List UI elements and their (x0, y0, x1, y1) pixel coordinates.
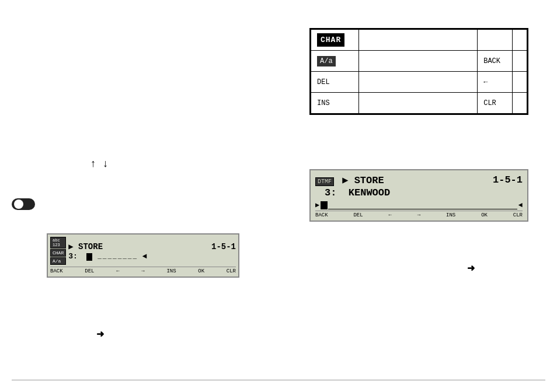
lcd2-cursor-row: ▶ ◄ (315, 201, 523, 209)
lcd1-line1: ▶ STORE 1-5-1 (68, 242, 236, 251)
back-label: BACK (483, 57, 500, 65)
char-cell-ins[interactable]: INS (311, 93, 359, 114)
lcd2-sk-back[interactable]: BACK (315, 212, 328, 218)
ab-label: A/a (317, 56, 336, 66)
lcd1-sk-right[interactable]: → (141, 268, 144, 274)
navigation-arrows: ↑ ↓ (90, 158, 108, 170)
lcd1-underscores: ________ (98, 253, 138, 260)
lcd1-icon-abc: abc123 (50, 237, 66, 249)
lcd2-dtmf-label: DTMF (315, 177, 334, 186)
lcd1-ch-num: 3: (68, 252, 82, 261)
down-arrow-icon[interactable]: ↓ (103, 158, 108, 170)
char-cell-r3c4 (512, 72, 527, 93)
lcd2-sk-ok[interactable]: OK (481, 212, 488, 218)
lcd2-sk-clr[interactable]: CLR (513, 212, 523, 218)
lcd2-softkeys: BACK DEL ← → INS OK CLR (315, 211, 523, 218)
char-label: CHAR (317, 33, 344, 47)
char-cell-char[interactable]: CHAR (311, 30, 359, 51)
lcd2-store-arrow: ▶ STORE (342, 175, 384, 186)
ins-label: INS (317, 99, 330, 107)
lcd2-cursor-block (321, 201, 328, 209)
lcd2-underline (328, 201, 517, 209)
lcd2-line2: 3: KENWOOD (315, 187, 523, 198)
lcd1-store-text: ▶ STORE (68, 242, 103, 251)
lcd1-line2: 3: ________ ◄ (68, 252, 236, 261)
lcd2-sk-ins[interactable]: INS (446, 212, 455, 218)
lcd1-icon-ab: A/a (50, 257, 66, 265)
bottom-separator (12, 380, 545, 380)
right-arrow-mid: ➜ (467, 262, 475, 274)
char-cell-leftarrow[interactable]: ← (478, 72, 513, 93)
lcd2-end-tri: ◄ (518, 201, 523, 209)
lcd1-num: 1-5-1 (211, 242, 236, 251)
char-cell-r2c2 (358, 51, 478, 72)
char-cell-r3c2 (358, 72, 478, 93)
lcd2-sk-right[interactable]: → (417, 212, 420, 218)
lcd1-sk-ok[interactable]: OK (198, 268, 204, 274)
lcd1-sk-back[interactable]: BACK (50, 268, 63, 274)
lcd2-sk-del[interactable]: DEL (353, 212, 363, 218)
char-cell-clr[interactable]: CLR (478, 93, 513, 114)
char-table: CHAR A/a BACK DEL ← INS CLR (309, 28, 528, 115)
char-cell-r2c4 (512, 51, 527, 72)
right-arrow-mid-icon: ➜ (467, 263, 475, 273)
del-label: DEL (317, 78, 330, 86)
lcd1-cursor (86, 253, 92, 261)
lcd1-content: ▶ STORE 1-5-1 3: ________ ◄ (68, 242, 236, 261)
lcd2-cursor-tri: ▶ (315, 201, 319, 209)
right-arrow-bottom-icon: ➜ (96, 329, 104, 339)
char-cell-del[interactable]: DEL (311, 72, 359, 93)
lcd1-end-marker: ◄ (142, 252, 147, 261)
clr-label: CLR (483, 99, 496, 107)
lcd2-num: 1-5-1 (493, 174, 523, 186)
lcd1-sk-left[interactable]: ← (116, 268, 119, 274)
lcd2-sk-left[interactable]: ← (389, 212, 392, 218)
char-cell-r1c2 (358, 30, 478, 51)
lcd-screen-1: abc123 CHAR A/a ▶ STORE 1-5-1 3: _______… (47, 233, 239, 278)
char-cell-r1c4 (512, 30, 527, 51)
leftarrow-label: ← (483, 78, 488, 86)
toggle-knob (14, 200, 23, 209)
char-cell-ab[interactable]: A/a (311, 51, 359, 72)
right-arrow-bottom: ➜ (96, 328, 104, 340)
lcd2-left: DTMF ▶ STORE (315, 174, 384, 186)
lcd-screen-2: DTMF ▶ STORE 1-5-1 3: KENWOOD ▶ ◄ BACK D… (309, 169, 528, 222)
lcd1-icon-char: CHAR (50, 249, 66, 257)
char-cell-back[interactable]: BACK (478, 51, 513, 72)
char-cell-r4c4 (512, 93, 527, 114)
lcd1-softkeys: BACK DEL ← → INS OK CLR (50, 267, 236, 274)
char-cell-r4c2 (358, 93, 478, 114)
lcd1-icons: abc123 CHAR A/a (50, 237, 66, 265)
up-arrow-icon[interactable]: ↑ (90, 158, 96, 170)
lcd1-sk-del[interactable]: DEL (85, 268, 94, 274)
lcd2-line1: DTMF ▶ STORE 1-5-1 (315, 174, 523, 186)
lcd1-sk-clr[interactable]: CLR (227, 268, 236, 274)
lcd1-sk-ins[interactable]: INS (166, 268, 176, 274)
char-cell-r1c3 (478, 30, 513, 51)
toggle-switch[interactable] (12, 198, 35, 210)
